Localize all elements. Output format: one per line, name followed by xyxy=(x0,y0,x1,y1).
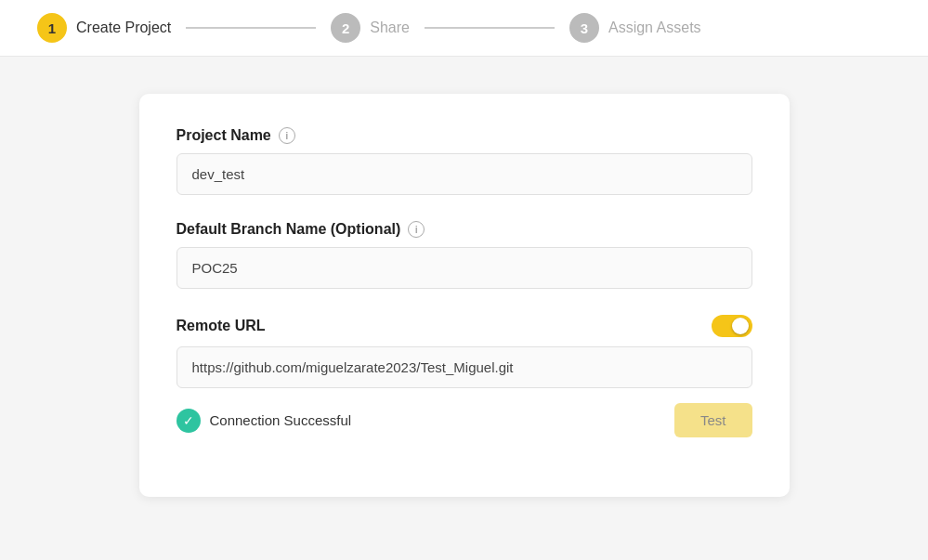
project-name-label: Project Name xyxy=(176,127,271,144)
project-name-label-row: Project Name i xyxy=(176,127,752,144)
project-name-info-icon[interactable]: i xyxy=(279,127,295,144)
step-1-label: Create Project xyxy=(76,20,171,36)
step-2: 2 Share xyxy=(331,13,410,43)
connection-status-text: Connection Successful xyxy=(210,412,352,428)
step-1-circle: 1 xyxy=(37,13,67,43)
form-card: Project Name i Default Branch Name (Opti… xyxy=(139,94,790,497)
project-name-group: Project Name i xyxy=(176,127,752,195)
step-2-label: Share xyxy=(370,20,410,36)
step-connector-1 xyxy=(186,27,316,29)
remote-url-label: Remote URL xyxy=(176,318,266,334)
branch-name-group: Default Branch Name (Optional) i xyxy=(176,221,752,289)
main-content: Project Name i Default Branch Name (Opti… xyxy=(0,57,928,534)
remote-url-group: Remote URL ✓ Connection Successful Test xyxy=(176,315,752,437)
connection-status: ✓ Connection Successful xyxy=(176,409,352,433)
toggle-thumb xyxy=(732,318,749,334)
step-3-label: Assign Assets xyxy=(608,20,701,36)
remote-url-toggle[interactable] xyxy=(712,315,752,337)
test-button[interactable]: Test xyxy=(674,403,752,437)
toggle-track xyxy=(712,315,752,337)
branch-name-info-icon[interactable]: i xyxy=(408,221,425,238)
branch-name-label-row: Default Branch Name (Optional) i xyxy=(176,221,752,238)
step-3-circle: 3 xyxy=(569,13,599,43)
project-name-input[interactable] xyxy=(176,153,752,195)
step-connector-2 xyxy=(425,27,555,29)
branch-name-input[interactable] xyxy=(176,247,752,289)
connection-success-icon: ✓ xyxy=(176,409,201,433)
status-row: ✓ Connection Successful Test xyxy=(176,403,752,437)
remote-url-input[interactable] xyxy=(176,346,752,388)
step-2-circle: 2 xyxy=(331,13,360,43)
step-1: 1 Create Project xyxy=(37,13,171,43)
stepper: 1 Create Project 2 Share 3 Assign Assets xyxy=(0,0,928,57)
branch-name-label: Default Branch Name (Optional) xyxy=(176,221,401,238)
step-3: 3 Assign Assets xyxy=(569,13,701,43)
remote-url-header: Remote URL xyxy=(176,315,752,337)
